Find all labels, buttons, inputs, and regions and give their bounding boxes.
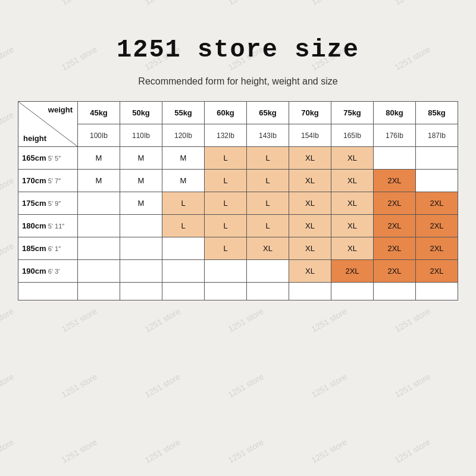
size-cell-r5c7: 2XL (374, 260, 416, 283)
height-cell-1: 170cm 5' 7″ (18, 170, 78, 192)
size-cell-r1c8 (416, 170, 458, 192)
weight-lbs-5: 154Ib (289, 124, 331, 147)
main-content: 1251 store size Recommended form for hei… (0, 0, 476, 318)
weight-header-8: 85kg (416, 102, 458, 124)
size-cell-r0c0: M (78, 147, 120, 170)
size-cell-r0c6: XL (331, 147, 374, 170)
table-row: 170cm 5' 7″MMMLLXLXL2XL (18, 170, 458, 192)
weight-lbs-1: 110Ib (120, 124, 162, 147)
size-cell-r2c1: M (120, 192, 162, 215)
size-cell-r2c4: L (247, 192, 289, 215)
size-cell-r4c3: L (205, 237, 247, 260)
weight-header-3: 60kg (205, 102, 247, 124)
size-cell-r3c7: 2XL (374, 215, 416, 237)
table-row: 190cm 6' 3'XL2XL2XL2XL (18, 260, 458, 283)
size-cell-r2c2: L (162, 192, 205, 215)
size-cell-r1c5: XL (289, 170, 331, 192)
corner-height-label: height (23, 134, 46, 143)
size-cell-r0c4: L (247, 147, 289, 170)
size-cell-r4c1 (120, 237, 162, 260)
size-cell-r1c3: L (205, 170, 247, 192)
weight-lbs-8: 187Ib (416, 124, 458, 147)
weight-header-4: 65kg (247, 102, 289, 124)
size-cell-r2c5: XL (289, 192, 331, 215)
weight-header-0: 45kg (78, 102, 120, 124)
size-cell-r2c0 (78, 192, 120, 215)
weight-lbs-2: 120Ib (162, 124, 205, 147)
weight-lbs-6: 165Ib (331, 124, 374, 147)
size-cell-r0c8 (416, 147, 458, 170)
size-cell-r5c1 (120, 260, 162, 283)
size-cell-r3c4: L (247, 215, 289, 237)
table-row: 185cm 6' 1″LXLXLXL2XL2XL (18, 237, 458, 260)
weight-lbs-7: 176Ib (374, 124, 416, 147)
subtitle-text: Recommended form for height, weight and … (138, 76, 337, 87)
height-cell-2: 175cm 5' 9″ (18, 192, 78, 215)
size-cell-r4c7: 2XL (374, 237, 416, 260)
size-cell-r0c2: M (162, 147, 205, 170)
size-cell-r3c8: 2XL (416, 215, 458, 237)
size-cell-r2c8: 2XL (416, 192, 458, 215)
size-cell-r4c6: XL (331, 237, 374, 260)
size-cell-r1c7: 2XL (374, 170, 416, 192)
weight-lbs-3: 132Ib (205, 124, 247, 147)
height-cell-5: 190cm 6' 3' (18, 260, 78, 283)
weight-header-2: 55kg (162, 102, 205, 124)
size-cell-r1c4: L (247, 170, 289, 192)
size-cell-r4c2 (162, 237, 205, 260)
size-cell-r5c6: 2XL (331, 260, 374, 283)
size-chart-table: weight height 45kg50kg55kg60kg65kg70kg75… (18, 101, 458, 300)
height-cell-4: 185cm 6' 1″ (18, 237, 78, 260)
size-cell-r5c4 (247, 260, 289, 283)
page-title: 1251 store size (117, 36, 359, 64)
table-row: 175cm 5' 9″MLLLXLXL2XL2XL (18, 192, 458, 215)
size-cell-r5c0 (78, 260, 120, 283)
size-cell-r3c6: XL (331, 215, 374, 237)
size-cell-r1c2: M (162, 170, 205, 192)
weight-header-7: 80kg (374, 102, 416, 124)
weight-header-6: 75kg (331, 102, 374, 124)
size-cell-r0c3: L (205, 147, 247, 170)
weight-lbs-4: 143Ib (247, 124, 289, 147)
size-cell-r5c5: XL (289, 260, 331, 283)
size-cell-r3c0 (78, 215, 120, 237)
size-cell-r3c2: L (162, 215, 205, 237)
weight-header-5: 70kg (289, 102, 331, 124)
height-cell-0: 165cm 5' 5″ (18, 147, 78, 170)
size-cell-r2c3: L (205, 192, 247, 215)
size-cell-r4c4: XL (247, 237, 289, 260)
size-cell-r3c1 (120, 215, 162, 237)
table-row: 180cm 5' 11″LLLXLXL2XL2XL (18, 215, 458, 237)
size-cell-r1c1: M (120, 170, 162, 192)
table-row: 165cm 5' 5″MMMLLXLXL (18, 147, 458, 170)
size-cell-r5c8: 2XL (416, 260, 458, 283)
size-cell-r0c7 (374, 147, 416, 170)
height-cell-3: 180cm 5' 11″ (18, 215, 78, 237)
size-cell-r1c0: M (78, 170, 120, 192)
size-cell-r3c3: L (205, 215, 247, 237)
size-cell-r4c0 (78, 237, 120, 260)
size-cell-r5c3 (205, 260, 247, 283)
size-cell-r1c6: XL (331, 170, 374, 192)
size-cell-r2c6: XL (331, 192, 374, 215)
weight-header-1: 50kg (120, 102, 162, 124)
weight-lbs-0: 100Ib (78, 124, 120, 147)
size-cell-r0c5: XL (289, 147, 331, 170)
size-cell-r4c8: 2XL (416, 237, 458, 260)
corner-weight-label: weight (48, 105, 73, 114)
size-cell-r4c5: XL (289, 237, 331, 260)
size-cell-r0c1: M (120, 147, 162, 170)
size-cell-r5c2 (162, 260, 205, 283)
empty-row (18, 283, 458, 300)
size-cell-r3c5: XL (289, 215, 331, 237)
size-cell-r2c7: 2XL (374, 192, 416, 215)
